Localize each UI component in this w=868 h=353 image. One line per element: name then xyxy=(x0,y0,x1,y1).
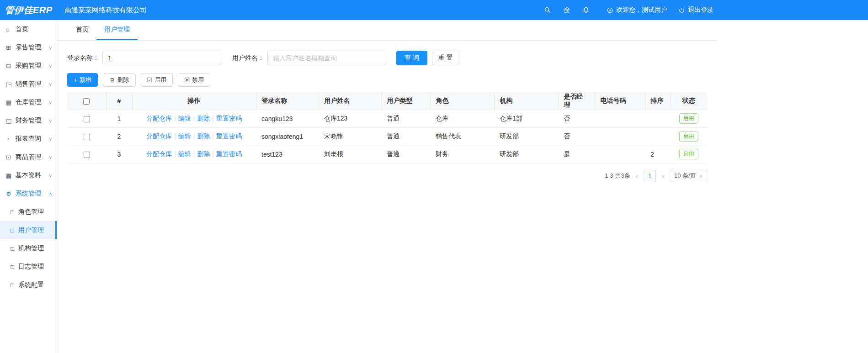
submenu-icon: ◻ xyxy=(10,264,15,269)
row-checkbox[interactable] xyxy=(84,134,90,140)
search-button[interactable]: 查 询 xyxy=(396,51,427,65)
col-type: 用户类型 xyxy=(381,92,430,110)
chevron-down-icon: ∨ xyxy=(49,118,52,123)
status-badge: 启用 xyxy=(679,131,698,142)
page-size-select[interactable]: 10 条/页 ∨ xyxy=(670,170,707,182)
add-button[interactable]: + 新增 xyxy=(67,73,98,87)
reset-button[interactable]: 重 置 xyxy=(432,51,459,65)
edit-link[interactable]: 编辑 xyxy=(178,150,191,158)
sidebar-item-product[interactable]: ⊡ 商品管理 ∨ xyxy=(0,148,57,166)
reset-password-link[interactable]: 重置密码 xyxy=(216,150,242,158)
select-all-checkbox[interactable] xyxy=(83,98,90,105)
next-page-button[interactable]: › xyxy=(660,172,665,180)
row-index: 2 xyxy=(106,127,132,145)
col-phone: 电话号码 xyxy=(595,92,645,110)
table-header-row: # 操作 登录名称 用户姓名 用户类型 角色 机构 是否经理 电话号码 排序 状… xyxy=(67,92,707,110)
role-cell: 仓库 xyxy=(430,110,494,127)
sidebar-subitem-org-management[interactable]: ◻ 机构管理 xyxy=(0,239,57,258)
delete-link[interactable]: 删除 xyxy=(197,132,210,140)
sidebar-item-retail[interactable]: ⊞ 零售管理 ∨ xyxy=(0,38,57,57)
welcome-user[interactable]: 欢迎您，测试用户 xyxy=(607,6,667,14)
main-area: 首页 用户管理 登录名称： 用户姓名： 查 询 重 置 + 新增 xyxy=(57,20,717,353)
user-name-input[interactable] xyxy=(267,51,386,65)
role-cell: 财务 xyxy=(430,145,494,163)
prev-page-button[interactable]: ‹ xyxy=(635,172,639,180)
sidebar-subitem-log-management[interactable]: ◻ 日志管理 xyxy=(0,258,57,276)
search-icon[interactable] xyxy=(544,6,551,14)
chevron-down-icon: ∨ xyxy=(49,137,52,142)
sidebar-subitem-system-config[interactable]: ◻ 系统配置 xyxy=(0,276,57,294)
col-actions: 操作 xyxy=(132,92,256,110)
sidebar-item-system[interactable]: ⚙ 系统管理 ∧ xyxy=(0,184,57,203)
row-checkbox[interactable] xyxy=(84,152,90,158)
logout-button[interactable]: 退出登录 xyxy=(678,6,714,14)
chevron-down-icon: ∨ xyxy=(49,155,52,160)
row-checkbox[interactable] xyxy=(84,116,90,122)
chevron-down-icon: ∨ xyxy=(49,82,52,87)
page-number-button[interactable]: 1 xyxy=(644,170,656,182)
submenu-icon: ◻ xyxy=(10,227,15,233)
actions-cell: 分配仓库|编辑|删除|重置密码 xyxy=(132,110,256,127)
reset-password-link[interactable]: 重置密码 xyxy=(216,115,242,122)
sidebar-item-purchase[interactable]: ⊟ 采购管理 ∨ xyxy=(0,57,57,75)
phone-cell xyxy=(595,145,645,163)
sidebar-subitem-user-management[interactable]: ◻ 用户管理 xyxy=(0,221,57,239)
assign-warehouse-link[interactable]: 分配仓库 xyxy=(146,150,172,158)
check-square-icon: ☑ xyxy=(147,77,153,83)
login-cell: songxiaofeng1 xyxy=(256,127,319,145)
welcome-user-label: 欢迎您，测试用户 xyxy=(616,6,667,14)
reset-password-link[interactable]: 重置密码 xyxy=(216,132,242,140)
phone-cell xyxy=(595,127,645,145)
user-name-label: 用户姓名： xyxy=(232,54,264,62)
type-cell: 普通 xyxy=(381,127,430,145)
sidebar-item-home[interactable]: ⌂ 首页 xyxy=(0,20,57,38)
sidebar: ⌂ 首页 ⊞ 零售管理 ∨ ⊟ 采购管理 ∨ ◳ 销售管理 ∨ ▤ 仓库管理 ∨… xyxy=(0,20,57,353)
purchase-icon: ⊟ xyxy=(6,63,16,69)
tab-home[interactable]: 首页 xyxy=(68,20,96,40)
table-row: 2 分配仓库|编辑|删除|重置密码 songxiaofeng1 宋晓锋 普通 销… xyxy=(67,127,707,145)
actions-cell: 分配仓库|编辑|删除|重置密码 xyxy=(132,145,256,163)
assign-warehouse-link[interactable]: 分配仓库 xyxy=(146,132,172,140)
delete-button[interactable]: 删除 xyxy=(103,73,136,87)
logout-label: 退出登录 xyxy=(688,6,714,14)
bell-icon[interactable] xyxy=(582,6,590,14)
sidebar-item-report[interactable]: ◔ 报表查询 ∨ xyxy=(0,130,57,148)
sidebar-item-warehouse[interactable]: ▤ 仓库管理 ∨ xyxy=(0,93,57,111)
sort-cell: 2 xyxy=(645,145,670,163)
role-cell: 销售代表 xyxy=(430,127,494,145)
delete-link[interactable]: 删除 xyxy=(197,115,210,122)
manager-cell: 是 xyxy=(558,145,595,163)
login-name-input[interactable] xyxy=(102,51,221,65)
user-status-icon xyxy=(607,7,613,14)
home-icon: ⌂ xyxy=(6,26,16,32)
edit-link[interactable]: 编辑 xyxy=(178,132,191,140)
name-cell: 宋晓锋 xyxy=(319,127,381,145)
app-logo: 管伊佳ERP xyxy=(0,4,57,16)
edit-link[interactable]: 编辑 xyxy=(178,115,191,122)
status-badge: 启用 xyxy=(679,113,698,124)
cross-square-icon: ☒ xyxy=(184,77,190,83)
assign-warehouse-link[interactable]: 分配仓库 xyxy=(146,115,172,122)
sidebar-item-basic-data[interactable]: ▦ 基本资料 ∨ xyxy=(0,166,57,184)
sidebar-item-finance[interactable]: ◫ 财务管理 ∨ xyxy=(0,111,57,130)
chevron-down-icon: ∨ xyxy=(49,173,52,178)
sidebar-item-sales[interactable]: ◳ 销售管理 ∨ xyxy=(0,75,57,93)
sort-cell xyxy=(645,110,670,127)
name-cell: 仓库123 xyxy=(319,110,381,127)
warehouse-icon: ▤ xyxy=(6,100,16,105)
enable-button[interactable]: ☑ 启用 xyxy=(141,73,173,87)
sidebar-subitem-role-management[interactable]: ◻ 角色管理 xyxy=(0,203,57,221)
bank-icon[interactable] xyxy=(563,6,570,14)
delete-link[interactable]: 删除 xyxy=(197,150,210,158)
tab-user-management[interactable]: 用户管理 xyxy=(96,20,138,40)
col-role: 角色 xyxy=(430,92,494,110)
table-row: 3 分配仓库|编辑|删除|重置密码 test123 刘老根 普通 财务 研发部 … xyxy=(67,145,707,163)
chevron-down-icon: ∨ xyxy=(49,45,52,50)
basic-data-icon: ▦ xyxy=(6,173,16,179)
chevron-down-icon: ∨ xyxy=(49,100,52,105)
col-status: 状态 xyxy=(670,92,707,110)
name-cell: 刘老根 xyxy=(319,145,381,163)
company-name: 南通某某网络科技有限公司 xyxy=(64,6,147,15)
disable-button[interactable]: ☒ 禁用 xyxy=(178,73,210,87)
filter-row: 登录名称： 用户姓名： 查 询 重 置 xyxy=(67,51,707,65)
